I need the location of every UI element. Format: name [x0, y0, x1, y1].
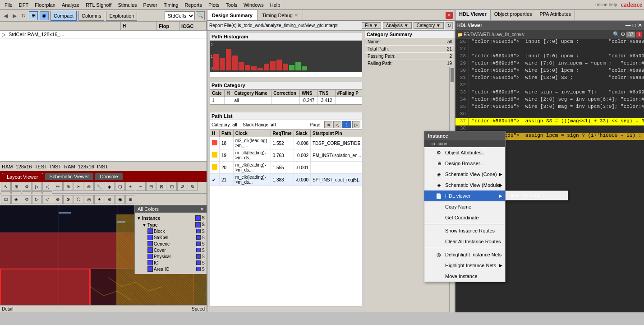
lv-zoom-btn[interactable]: ⊞: [11, 182, 21, 191]
lv-t2-btn3[interactable]: ⚙: [22, 195, 32, 204]
menu-tools[interactable]: Tools: [223, 1, 240, 9]
pl-row-1[interactable]: 18 m2_clk(leading)->m_... 1.552 -0.008 T…: [210, 137, 363, 149]
pl-row-3[interactable]: 20 m_clk(leading)->m_ds... 1.555 -0.001 …: [210, 162, 363, 174]
columns-btn[interactable]: Columns: [78, 11, 104, 21]
color-btn[interactable]: ◉: [40, 11, 49, 20]
menu-timing[interactable]: Timing: [161, 1, 181, 9]
search-btn[interactable]: 🔍: [196, 11, 205, 20]
tree-row[interactable]: ▷ StdCell: RAM_128x16_...: [0, 31, 207, 39]
tab-design-summary[interactable]: Design Summary: [207, 10, 258, 20]
io-v[interactable]: [196, 260, 201, 265]
physical-v[interactable]: [196, 254, 201, 259]
menu-rtl-signoff[interactable]: RTL Signoff: [83, 1, 114, 9]
lv-t2-btn7[interactable]: ⊗: [63, 195, 73, 204]
pl-row-2[interactable]: 19 m_clk(leading)->m_ds... 0.763 -0.002 …: [210, 149, 363, 162]
lv-btn4[interactable]: ◁: [42, 182, 52, 191]
lv-t2-btn8[interactable]: ⬡: [74, 195, 83, 204]
lv-btn9[interactable]: ◈: [105, 182, 115, 191]
page-prev[interactable]: ◁: [333, 121, 341, 128]
menu-reports[interactable]: Reports: [182, 1, 205, 9]
cover-check[interactable]: [147, 247, 153, 253]
instance-check-v[interactable]: [195, 215, 201, 221]
lv-t2-btn12[interactable]: ◉: [115, 195, 125, 204]
tab-object-properties[interactable]: Object properties: [491, 10, 536, 20]
lv-btn11[interactable]: ⊠: [156, 182, 166, 191]
lv-t2-btn4[interactable]: ▷: [32, 195, 42, 204]
lv-btn13[interactable]: ↺: [177, 182, 187, 191]
cm-copy-name[interactable]: Copy Name: [424, 201, 505, 212]
file-btn[interactable]: File ▼: [362, 22, 381, 29]
generic-s[interactable]: S: [202, 241, 205, 246]
lv-settings-btn[interactable]: ⚙: [22, 182, 32, 191]
cm-clear-routes[interactable]: Clear All Instance Routes: [424, 236, 505, 247]
lv-btn6[interactable]: ✂: [74, 182, 83, 191]
lv-t2-btn11[interactable]: ⊛: [105, 195, 115, 204]
lv-t2-btn2[interactable]: ◈: [11, 195, 21, 204]
rp-search-icon[interactable]: 🔍: [613, 31, 620, 37]
nav-back[interactable]: ◀: [2, 12, 9, 19]
tab-schematic-viewer[interactable]: Schematic Viewer: [45, 173, 94, 180]
cm-highlight-nets[interactable]: Highlight Instance Nets: [424, 260, 505, 271]
type-check-s[interactable]: S: [202, 222, 205, 228]
areaio-check[interactable]: [147, 266, 153, 272]
timing-debug-close[interactable]: ✕: [294, 13, 298, 18]
menu-file[interactable]: File: [2, 1, 15, 9]
lv-zoom-in[interactable]: +: [125, 182, 135, 191]
lv-t2-btn5[interactable]: ◁: [42, 195, 52, 204]
cm-hdl-viewer[interactable]: 📄 HDL viewer ulaw_lin_conv: [424, 190, 505, 201]
page-next[interactable]: ▷: [352, 121, 360, 128]
tab-ppa-attributes[interactable]: PPA Attributes: [536, 10, 575, 20]
compact-btn[interactable]: Compact: [51, 11, 77, 21]
grid-btn[interactable]: ⊞: [29, 11, 38, 20]
lv-zoom-out[interactable]: −: [136, 182, 146, 191]
layout-canvas[interactable]: ▬▬▬ ▬▬ ▬ All Colors ✕ ▼ Instance: [0, 205, 207, 305]
cm-schematic-cone[interactable]: ◈ Schematic View (Cone): [424, 169, 505, 180]
cm-object-attributes[interactable]: ⚙ Object Attributes...: [424, 147, 505, 158]
physical-s[interactable]: S: [202, 254, 205, 259]
cm-schematic-module[interactable]: ◈ Schematic View (Module): [424, 180, 505, 190]
menu-floorplan[interactable]: Floorplan: [32, 1, 58, 9]
menu-dft[interactable]: DFT: [16, 1, 31, 9]
cm-get-coordinate[interactable]: Get Coordinate: [424, 212, 505, 223]
pl-row-4[interactable]: ✔ 21 m_clk(leading)->m_ds... 1.383 -0.00…: [210, 174, 363, 186]
menu-help[interactable]: Help: [267, 1, 283, 9]
ds-refresh-btn[interactable]: ↻: [446, 22, 453, 29]
io-check[interactable]: [147, 260, 153, 265]
lv-btn12[interactable]: ⊡: [167, 182, 177, 191]
stdcell-v[interactable]: [196, 235, 201, 240]
pc-scrollbar[interactable]: [210, 104, 362, 108]
lv-fit-btn[interactable]: ⊟: [146, 182, 156, 191]
analysis-btn[interactable]: Analysis ▼: [383, 22, 412, 29]
exploration-btn[interactable]: Exploration: [106, 11, 137, 21]
path-list-scroll[interactable]: H Path Clock ReqTime Slack Startpoint Pi…: [210, 130, 362, 306]
lv-t2-btn9[interactable]: ◎: [84, 195, 94, 204]
page-first[interactable]: ⊲: [324, 121, 332, 128]
cover-v[interactable]: [196, 248, 201, 252]
lv-t2-btn13[interactable]: ⊞: [125, 195, 135, 204]
cm-show-routes[interactable]: Show Instance Routes: [424, 225, 505, 236]
cm-move-instance[interactable]: Move Instance: [424, 271, 505, 282]
tab-timing-debug[interactable]: Timing Debug ✕: [258, 10, 303, 20]
menu-power[interactable]: Power: [141, 1, 160, 9]
rp-close-btn[interactable]: ✕: [638, 22, 642, 28]
cm-dehighlight-nets[interactable]: ◎ Dehighlight Instance Nets: [424, 249, 505, 260]
menu-stimulus[interactable]: Stimulus: [115, 1, 139, 9]
lv-select-btn[interactable]: ↖: [1, 182, 11, 191]
menu-plots[interactable]: Plots: [206, 1, 222, 9]
lv-t2-btn1[interactable]: ⊡: [1, 195, 11, 204]
menu-analyze[interactable]: Analyze: [59, 1, 82, 9]
lv-t2-btn10[interactable]: ✦: [94, 195, 104, 204]
nav-forward[interactable]: ▶: [11, 12, 18, 19]
cs-scroll-thumb[interactable]: [451, 68, 454, 82]
generic-v[interactable]: [196, 241, 201, 246]
all-colors-close[interactable]: ✕: [200, 207, 204, 212]
pl-scrollbar[interactable]: [210, 306, 362, 310]
instance-check-s[interactable]: S: [202, 215, 205, 221]
rp-filter-icon[interactable]: ⚙: [621, 31, 626, 37]
block-v[interactable]: [196, 229, 201, 233]
areaio-s[interactable]: S: [202, 267, 205, 272]
io-s[interactable]: S: [202, 260, 205, 265]
lv-draw-btn[interactable]: ✏: [53, 182, 63, 191]
type-check-v[interactable]: [195, 222, 201, 228]
cm-sub-ulaw[interactable]: ulaw_lin_conv: [506, 191, 568, 200]
